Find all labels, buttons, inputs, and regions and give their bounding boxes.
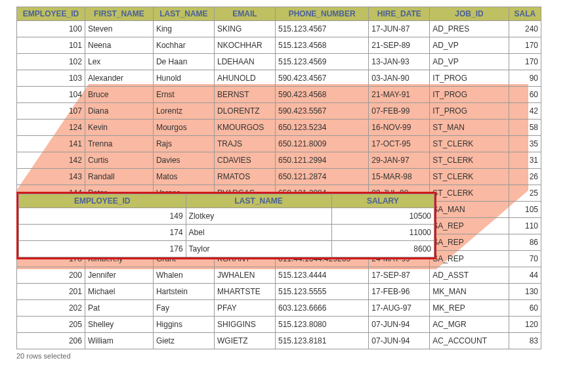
- cell: 13-JAN-93: [369, 54, 430, 70]
- table-row: 174Abel11000: [19, 225, 434, 241]
- cell: 206: [17, 333, 85, 349]
- cell: 60: [509, 87, 541, 103]
- table-row: 100StevenKingSKING515.123.456717-JUN-87A…: [17, 21, 541, 37]
- cell: 8600: [331, 241, 434, 257]
- cell: 143: [17, 169, 85, 185]
- subquery-table: EMPLOYEE_IDLAST_NAMESALARY 149Zlotkey105…: [18, 194, 434, 257]
- table-row: 200JenniferWhalenJWHALEN515.123.444417-S…: [17, 267, 541, 284]
- cell: 35: [509, 136, 541, 152]
- col-email: EMAIL: [214, 7, 275, 21]
- cell: LDEHAAN: [214, 54, 275, 70]
- table-row: 104BruceErnstBERNST590.423.456821-MAY-91…: [17, 87, 541, 103]
- cell: 11000: [331, 225, 434, 241]
- cell: Mourgos: [153, 120, 214, 136]
- cell: 201: [17, 284, 85, 300]
- cell: 110: [509, 218, 541, 234]
- col-employee_id: EMPLOYEE_ID: [19, 194, 186, 208]
- cell: SA_REP: [430, 251, 509, 267]
- cell: 650.121.2994: [276, 152, 369, 169]
- cell: 124: [17, 120, 85, 136]
- cell: 31: [509, 152, 541, 169]
- cell: 26: [509, 169, 541, 185]
- cell: 07-FEB-99: [369, 103, 430, 120]
- cell: Lex: [85, 54, 153, 70]
- col-employee_id: EMPLOYEE_ID: [17, 7, 85, 21]
- cell: Trenna: [85, 136, 153, 152]
- cell: 515.123.4568: [276, 37, 369, 54]
- cell: Michael: [85, 284, 153, 300]
- cell: BERNST: [214, 87, 275, 103]
- cell: CDAVIES: [214, 152, 275, 169]
- cell: 07-JUN-94: [369, 333, 430, 349]
- cell: 15-MAR-98: [369, 169, 430, 185]
- cell: 17-OCT-95: [369, 136, 430, 152]
- cell: 650.123.5234: [276, 120, 369, 136]
- cell: 03-JAN-90: [369, 70, 430, 87]
- cell: Pat: [85, 300, 153, 317]
- table-row: 142CurtisDaviesCDAVIES650.121.299429-JAN…: [17, 152, 541, 169]
- cell: 149: [19, 208, 186, 225]
- cell: MHARTSTE: [214, 284, 275, 300]
- cell: Gietz: [153, 333, 214, 349]
- cell: Alexander: [85, 70, 153, 87]
- table-row: 101NeenaKochharNKOCHHAR515.123.456821-SE…: [17, 37, 541, 54]
- cell: Rajs: [153, 136, 214, 152]
- cell: 17-SEP-87: [369, 267, 430, 284]
- cell: 21-MAY-91: [369, 87, 430, 103]
- cell: ST_CLERK: [430, 185, 509, 202]
- table-header-row: EMPLOYEE_IDLAST_NAMESALARY: [19, 194, 434, 208]
- cell: SKING: [214, 21, 275, 37]
- cell: 515.123.4569: [276, 54, 369, 70]
- cell: Kochhar: [153, 37, 214, 54]
- cell: 650.121.2874: [276, 169, 369, 185]
- rows-selected-note: 20 rows selected: [16, 352, 541, 360]
- cell: 515.123.4444: [276, 267, 369, 284]
- table-row: 206WilliamGietzWGIETZ515.123.818107-JUN-…: [17, 333, 541, 349]
- cell: 515.123.8181: [276, 333, 369, 349]
- cell: 170: [509, 37, 541, 54]
- table-row: 176Taylor8600: [19, 241, 434, 257]
- col-last_name: LAST_NAME: [186, 194, 331, 208]
- col-job_id: JOB_ID: [430, 7, 509, 21]
- table-header-row: EMPLOYEE_IDFIRST_NAMELAST_NAMEEMAILPHONE…: [17, 7, 541, 21]
- cell: 16-NOV-99: [369, 120, 430, 136]
- table-row: 202PatFayPFAY603.123.666617-AUG-97MK_REP…: [17, 300, 541, 317]
- diagram-wrap: EMPLOYEE_IDFIRST_NAMELAST_NAMEEMAILPHONE…: [16, 7, 541, 360]
- col-phone_number: PHONE_NUMBER: [276, 7, 369, 21]
- cell: Curtis: [85, 152, 153, 169]
- cell: Abel: [186, 225, 331, 241]
- cell: Zlotkey: [186, 208, 331, 225]
- cell: Shelley: [85, 317, 153, 333]
- table-row: 141TrennaRajsTRAJS650.121.800917-OCT-95S…: [17, 136, 541, 152]
- cell: 104: [17, 87, 85, 103]
- cell: IT_PROG: [430, 103, 509, 120]
- cell: Hartstein: [153, 284, 214, 300]
- cell: Ernst: [153, 87, 214, 103]
- cell: 83: [509, 333, 541, 349]
- table-row: 124KevinMourgosKMOURGOS650.123.523416-NO…: [17, 120, 541, 136]
- table-row: 102LexDe HaanLDEHAAN515.123.456913-JAN-9…: [17, 54, 541, 70]
- cell: Kevin: [85, 120, 153, 136]
- cell: NKOCHHAR: [214, 37, 275, 54]
- cell: 515.123.4567: [276, 21, 369, 37]
- cell: AC_MGR: [430, 317, 509, 333]
- cell: Whalen: [153, 267, 214, 284]
- cell: 103: [17, 70, 85, 87]
- table-row: 107DianaLorentzDLORENTZ590.423.556707-FE…: [17, 103, 541, 120]
- cell: Randall: [85, 169, 153, 185]
- cell: Diana: [85, 103, 153, 120]
- subquery-result-overlay: EMPLOYEE_IDLAST_NAMESALARY 149Zlotkey105…: [16, 192, 436, 259]
- cell: 590.423.5567: [276, 103, 369, 120]
- col-hire_date: HIRE_DATE: [369, 7, 430, 21]
- cell: TRAJS: [214, 136, 275, 152]
- cell: SA_REP: [430, 218, 509, 234]
- cell: 515.123.8080: [276, 317, 369, 333]
- cell: 176: [19, 241, 186, 257]
- cell: IT_PROG: [430, 87, 509, 103]
- col-salary: SALARY: [331, 194, 434, 208]
- cell: AC_ACCOUNT: [430, 333, 509, 349]
- cell: 44: [509, 267, 541, 284]
- cell: 29-JAN-97: [369, 152, 430, 169]
- cell: 200: [17, 267, 85, 284]
- cell: 142: [17, 152, 85, 169]
